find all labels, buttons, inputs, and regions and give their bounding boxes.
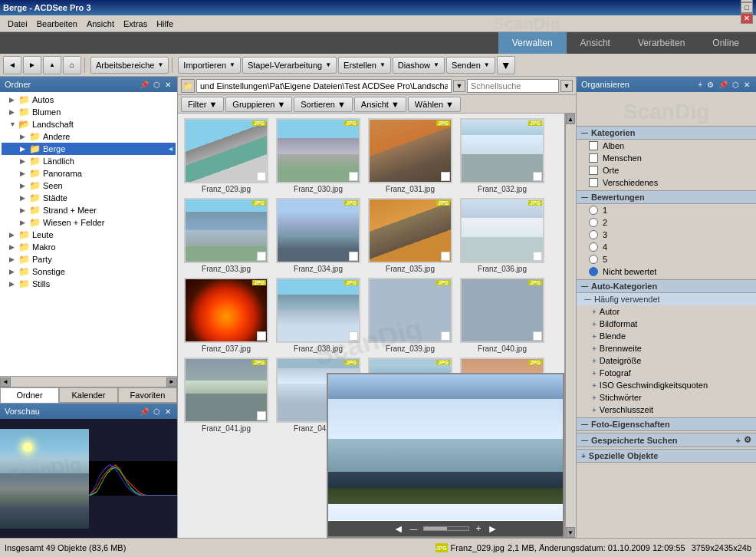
menu-extras[interactable]: Extras: [119, 18, 152, 30]
search-input[interactable]: [467, 79, 559, 93]
category-alben[interactable]: Alben: [577, 140, 756, 152]
folder-item-panorama[interactable]: ▶ 📁 Panorama: [2, 167, 176, 180]
haeufig-verwendet-header[interactable]: — Häufig verwendet: [577, 293, 756, 305]
spezielle-objekte-header[interactable]: + Spezielle Objekte: [577, 449, 756, 463]
auto-brennweite[interactable]: + Brennweite: [577, 342, 756, 354]
foto-eigenschaften-header[interactable]: — Foto-Eigenschaften: [577, 417, 756, 431]
folder-pin-button[interactable]: 📌: [138, 80, 150, 90]
thumbnail-franz035[interactable]: JPG Franz_035.jpg: [365, 196, 455, 275]
close-button[interactable]: ✕: [741, 13, 753, 24]
sortieren-button[interactable]: Sortieren ▼: [294, 97, 353, 112]
radio-1[interactable]: [589, 206, 598, 215]
folder-item-berge[interactable]: ▶ 📁 Berge ◄: [2, 143, 176, 155]
auto-kategorien-section-header[interactable]: — Auto-Kategorien: [577, 279, 756, 293]
thumbnail-franz034[interactable]: JPG Franz_034.jpg: [273, 196, 363, 275]
folder-item-laendlich[interactable]: ▶ 📁 Ländlich: [2, 155, 176, 167]
thumbnail-placeholder2[interactable]: JPG Franz_040.jpg: [457, 276, 547, 354]
thumbnail-franz029[interactable]: JPG Franz_029.jpg: [181, 117, 271, 195]
thumbnail-franz030[interactable]: JPG Franz_030.jpg: [273, 117, 363, 195]
preview-float-button[interactable]: ⬡: [152, 407, 162, 417]
menu-hilfe[interactable]: Hilfe: [152, 18, 178, 30]
thumbnails-scrollbar[interactable]: ▲ ▼: [565, 114, 576, 538]
zoom-slider[interactable]: [423, 526, 469, 531]
thumbnail-franz038[interactable]: JPG Franz_038.jpg: [273, 276, 363, 354]
rating-1[interactable]: 1: [577, 204, 756, 216]
tab-online[interactable]: Online: [698, 32, 753, 54]
category-verschiedenes[interactable]: Verschiedenes: [577, 176, 756, 189]
radio-3[interactable]: [589, 230, 598, 239]
folder-item-makro[interactable]: ▶ 📁 Makro: [2, 241, 176, 253]
kategorien-section-header[interactable]: — Kategorien: [577, 126, 756, 140]
organise-add-button[interactable]: +: [696, 80, 704, 90]
gespeicherte-settings-icon[interactable]: ⚙: [744, 435, 751, 445]
verschiedenes-checkbox[interactable]: [589, 178, 598, 187]
rating-nicht-bewertet[interactable]: Nicht bewertet: [577, 265, 756, 278]
rating-4[interactable]: 4: [577, 241, 756, 253]
folder-item-leute[interactable]: ▶ 📁 Leute: [2, 229, 176, 241]
folder-float-button[interactable]: ⬡: [152, 80, 162, 90]
thumbnail-franz036[interactable]: JPG Franz_036.jpg: [457, 196, 547, 275]
waehlen-button[interactable]: Wählen ▼: [408, 97, 461, 112]
rating-2[interactable]: 2: [577, 216, 756, 229]
menu-bearbeiten[interactable]: Bearbeiten: [32, 18, 82, 30]
thumbnail-franz032[interactable]: JPG Franz_032.jpg: [457, 117, 547, 195]
category-orte[interactable]: Orte: [577, 164, 756, 176]
preview-close-button[interactable]: ✕: [163, 407, 173, 417]
scroll-left-button[interactable]: ◄: [0, 377, 11, 387]
stapel-dropdown[interactable]: Stapel-Verarbeitung ▼: [242, 57, 337, 74]
nav-tab-favoriten[interactable]: Favoriten: [118, 387, 177, 403]
folder-item-strand[interactable]: ▶ 📁 Strand + Meer: [2, 204, 176, 216]
nav-tab-ordner[interactable]: Ordner: [0, 387, 59, 403]
auto-blende[interactable]: + Blende: [577, 330, 756, 342]
erstellen-dropdown[interactable]: Erstellen ▼: [338, 57, 391, 74]
diashow-dropdown[interactable]: Diashow ▼: [393, 57, 445, 74]
folder-item-wiesen[interactable]: ▶ 📁 Wiesen + Felder: [2, 216, 176, 229]
gespeicherte-suchen-header[interactable]: — Gespeicherte Suchen + ⚙: [577, 433, 756, 447]
path-input[interactable]: und Einstellungen\Pat\Eigene Dateien\Tes…: [196, 79, 452, 93]
search-dropdown-button[interactable]: ▼: [560, 80, 573, 92]
thumbnail-franz041[interactable]: JPG Franz_041.jpg: [181, 356, 271, 434]
organise-close-button[interactable]: ✕: [742, 80, 751, 90]
folder-item-blumen[interactable]: ▶ 📁 Blumen: [2, 106, 176, 118]
auto-verschlusszeit[interactable]: + Verschlusszeit: [577, 404, 756, 416]
auto-iso[interactable]: + ISO Geschwindigkeitsquoten: [577, 379, 756, 391]
menu-datei[interactable]: Datei: [3, 18, 32, 30]
alben-checkbox[interactable]: [589, 141, 598, 150]
auto-bildformat[interactable]: + Bildformat: [577, 318, 756, 330]
folder-item-sonstige[interactable]: ▶ 📁 Sonstige: [2, 265, 176, 278]
scroll-right-button[interactable]: ►: [166, 377, 177, 387]
tab-ansicht[interactable]: Ansicht: [567, 32, 624, 54]
scroll-up-button[interactable]: ▲: [566, 114, 575, 124]
preview-prev-button[interactable]: ◄: [393, 522, 404, 535]
path-nav-button[interactable]: 📁: [181, 79, 195, 93]
preview-pin-button[interactable]: 📌: [138, 407, 150, 417]
rating-5[interactable]: 5: [577, 253, 756, 265]
tab-verarbeiten[interactable]: Verarbeiten: [624, 32, 698, 54]
folder-item-party[interactable]: ▶ 📁 Party: [2, 253, 176, 265]
organise-float-button[interactable]: ⬡: [731, 80, 741, 90]
scroll-down-button[interactable]: ▼: [566, 527, 575, 538]
folder-close-button[interactable]: ✕: [163, 80, 173, 90]
nav-forward-button[interactable]: ►: [23, 56, 41, 74]
orte-checkbox[interactable]: [589, 166, 598, 175]
auto-dateigroesse[interactable]: + Dateigröße: [577, 354, 756, 367]
gruppieren-button[interactable]: Gruppieren ▼: [225, 97, 292, 112]
ansicht-button[interactable]: Ansicht ▼: [354, 97, 406, 112]
radio-2[interactable]: [589, 218, 598, 227]
home-button[interactable]: ⌂: [63, 56, 81, 74]
path-dropdown-button[interactable]: ▼: [453, 80, 465, 92]
folder-item-andere[interactable]: ▶ 📁 Andere: [2, 130, 176, 143]
senden-dropdown[interactable]: Senden ▼: [446, 57, 495, 74]
folder-item-staedte[interactable]: ▶ 📁 Städte: [2, 192, 176, 204]
importieren-dropdown[interactable]: Importieren ▼: [178, 57, 241, 74]
filter-button[interactable]: Filter ▼: [181, 97, 224, 112]
preview-zoom-in-button[interactable]: +: [475, 523, 481, 534]
folder-item-autos[interactable]: ▶ 📁 Autos: [2, 94, 176, 106]
organise-pin-button[interactable]: 📌: [717, 80, 729, 90]
auto-stichwort[interactable]: + Stichwörter: [577, 391, 756, 404]
menschen-checkbox[interactable]: [589, 153, 598, 163]
thumbnail-placeholder1[interactable]: JPG Franz_039.jpg: [365, 276, 455, 354]
rating-3[interactable]: 3: [577, 229, 756, 241]
nav-tab-kalender[interactable]: Kalender: [59, 387, 118, 403]
category-menschen[interactable]: Menschen: [577, 152, 756, 164]
